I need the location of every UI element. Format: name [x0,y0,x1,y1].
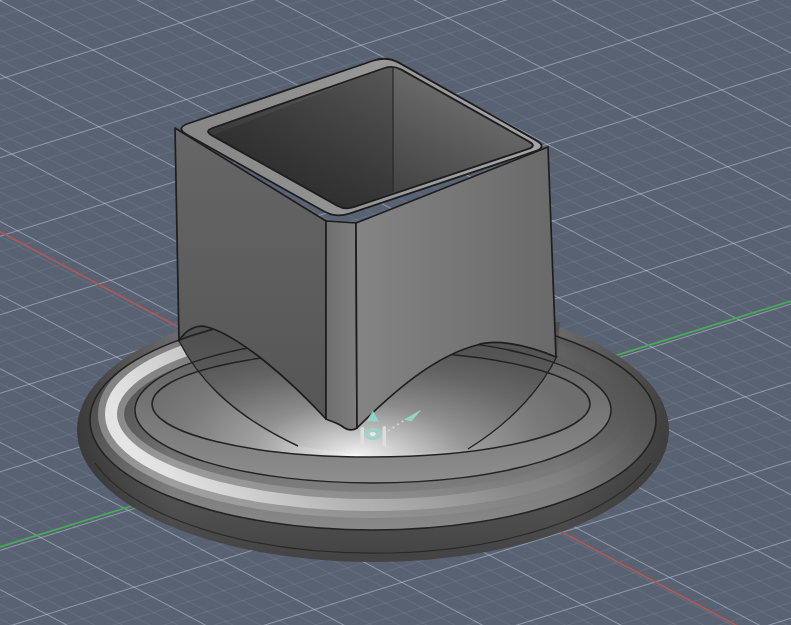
origin-point-center [370,432,376,436]
cad-viewport[interactable] [0,0,791,625]
viewport-canvas[interactable] [0,0,791,625]
origin-bar-right-icon [383,426,387,447]
origin-bar-left-icon [361,427,365,448]
tube-corner-front[interactable] [326,221,357,430]
